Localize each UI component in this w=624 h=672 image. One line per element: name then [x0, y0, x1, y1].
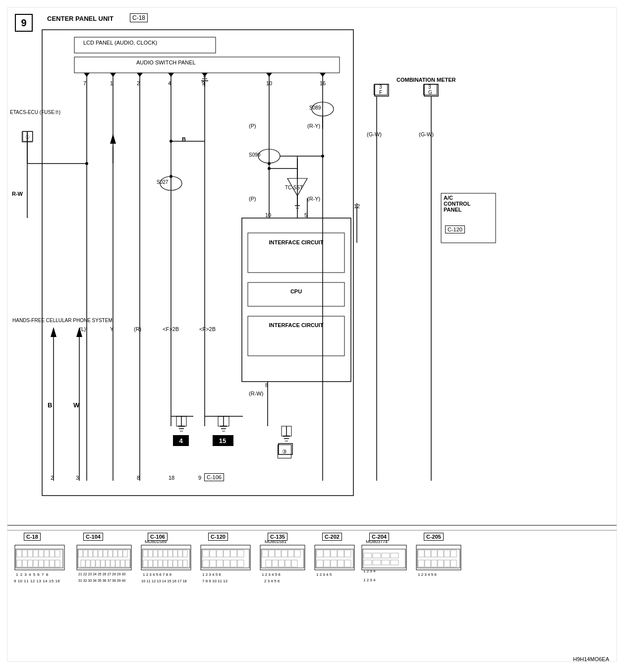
svg-rect-96 — [201, 545, 250, 570]
svg-marker-57 — [51, 327, 57, 337]
svg-marker-85 — [320, 73, 326, 77]
svg-rect-196 — [373, 553, 381, 558]
svg-rect-163 — [230, 550, 237, 557]
svg-rect-155 — [173, 560, 177, 567]
f2b1-label: <F>2B — [163, 326, 179, 332]
svg-point-48 — [170, 140, 172, 143]
svg-rect-123 — [98, 550, 103, 557]
rw-label: R-W — [12, 191, 23, 197]
svg-rect-149 — [143, 560, 148, 567]
c204-pins-row1: 1 2 3 4 — [363, 569, 375, 573]
pin-8-bottom: 8 — [137, 475, 140, 481]
svg-rect-161 — [217, 550, 223, 557]
b-left-label: B — [48, 401, 52, 409]
pin-3-bottom: 3 — [76, 475, 79, 481]
l-label: (L) — [79, 326, 86, 332]
svg-rect-200 — [373, 560, 381, 565]
svg-rect-141 — [148, 550, 153, 557]
svg-rect-203 — [417, 549, 460, 568]
svg-rect-102 — [17, 550, 22, 557]
svg-rect-174 — [275, 550, 281, 557]
svg-rect-6 — [248, 282, 344, 306]
svg-rect-158 — [202, 549, 249, 568]
mu801589-label: MU801589 — [145, 539, 167, 544]
svg-rect-215 — [451, 560, 456, 567]
interface-circuit-top-label: INTERFACE CIRCUIT — [253, 239, 340, 245]
svg-rect-106 — [39, 550, 44, 557]
s090-label: S090 — [249, 152, 260, 158]
svg-rect-183 — [316, 549, 353, 568]
pin-5: 5 — [304, 212, 307, 218]
svg-rect-193 — [344, 560, 351, 567]
svg-rect-173 — [269, 550, 275, 557]
c18-pins-row2: 9 10 11 12 13 14 15 16 — [14, 579, 60, 583]
svg-rect-147 — [178, 550, 182, 557]
svg-rect-166 — [210, 560, 216, 567]
svg-point-39 — [268, 167, 271, 170]
svg-rect-136 — [115, 560, 120, 567]
etacs-ecu-label: ETACS-ECU (FUSE⑦) — [10, 109, 60, 116]
y-label: Y — [110, 326, 113, 332]
svg-rect-110 — [17, 560, 22, 567]
svg-rect-130 — [86, 560, 90, 567]
svg-rect-189 — [317, 560, 323, 567]
svg-rect-194 — [363, 549, 405, 568]
conn-3g-box: 3G — [423, 84, 437, 95]
svg-rect-175 — [282, 550, 287, 557]
svg-rect-211 — [425, 560, 431, 567]
c120-pins-row1: 1 2 3 4 5 6 — [202, 572, 221, 577]
pin-9-c106: 9 — [198, 475, 201, 481]
svg-rect-191 — [331, 560, 337, 567]
pin-9: 9 — [202, 80, 205, 86]
svg-rect-184 — [317, 550, 323, 557]
c135-pins-row2: 2 3 4 5 6 — [264, 579, 280, 583]
pin-2-bottom: 2 — [51, 475, 54, 481]
c104-pins-row1: 21 22 23 24 25 26 27 28 29 30 — [78, 572, 125, 576]
svg-rect-205 — [425, 550, 431, 557]
gnd4-box: 4 — [173, 435, 189, 446]
svg-rect-164 — [237, 550, 244, 557]
svg-rect-187 — [338, 550, 344, 557]
svg-rect-129 — [81, 560, 85, 567]
svg-rect-210 — [418, 560, 424, 567]
pin-1: 1 — [110, 80, 113, 86]
lcd-panel-label: LCD PANEL (AUDIO, CLOCK) — [83, 40, 157, 46]
svg-rect-114 — [39, 560, 44, 567]
svg-rect-139 — [142, 549, 190, 568]
svg-rect-150 — [148, 560, 153, 567]
svg-rect-201 — [382, 560, 390, 565]
svg-rect-125 — [108, 550, 113, 557]
tc-sst-label: TC-SST — [285, 185, 303, 190]
svg-rect-122 — [93, 550, 98, 557]
svg-rect-119 — [78, 550, 83, 557]
svg-rect-127 — [118, 550, 122, 557]
svg-rect-108 — [50, 550, 55, 557]
svg-point-31 — [321, 155, 324, 158]
interface-circuit-bottom-label: INTERFACE CIRCUIT — [253, 322, 340, 328]
c205-pins: 1 2 3 4 5 6 — [418, 572, 437, 577]
svg-rect-167 — [217, 560, 223, 567]
svg-rect-99 — [362, 545, 406, 570]
c106-pins-row1: 1 2 3 4 5 6 7 8 9 — [143, 572, 171, 577]
c106-ref-bottom: C-106 — [204, 473, 224, 481]
svg-rect-199 — [364, 560, 372, 565]
svg-rect-117 — [55, 560, 60, 567]
svg-rect-181 — [285, 560, 291, 567]
svg-rect-156 — [178, 560, 182, 567]
c205-conn-label: C-205 — [424, 533, 444, 541]
svg-rect-5 — [248, 233, 344, 273]
svg-rect-153 — [163, 560, 168, 567]
c204-pins-row2: 1 2 3 4 — [363, 578, 375, 582]
svg-rect-185 — [324, 550, 330, 557]
svg-rect-116 — [50, 560, 55, 567]
svg-rect-208 — [444, 550, 450, 557]
svg-rect-131 — [91, 560, 95, 567]
c120-conn-label: C-120 — [208, 533, 228, 541]
f2b2-label: <F>2B — [199, 326, 216, 332]
c135-pins-row1: 1 2 3 4 5 6 — [262, 572, 281, 577]
svg-rect-111 — [22, 560, 27, 567]
c104-conn-label: C-104 — [83, 533, 103, 541]
svg-rect-95 — [141, 545, 191, 570]
svg-rect-100 — [416, 545, 461, 570]
svg-marker-54 — [110, 134, 116, 144]
